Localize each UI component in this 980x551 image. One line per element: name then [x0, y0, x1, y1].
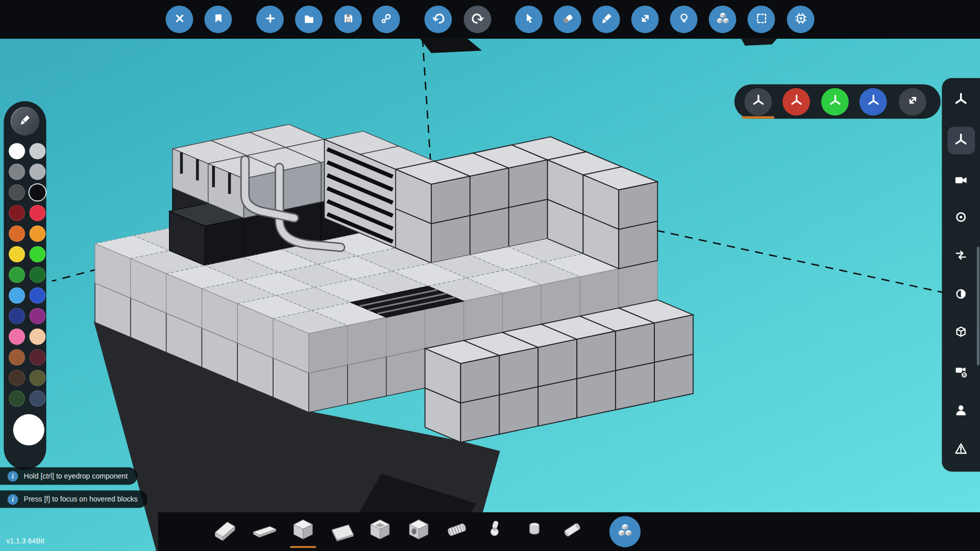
color-swatch[interactable] [30, 370, 46, 386]
block-slope[interactable] [326, 514, 359, 547]
logic-tool-button[interactable] [787, 6, 815, 33]
block-pipe-angled[interactable] [556, 514, 589, 547]
paint-tool-button[interactable] [593, 6, 620, 33]
select-tool-button[interactable] [747, 6, 775, 33]
undo-button[interactable] [424, 6, 452, 33]
color-swatch[interactable] [30, 308, 46, 324]
block-cube-socket[interactable] [364, 514, 397, 547]
save-icon [340, 10, 357, 29]
camrec-icon [952, 362, 970, 383]
plus-icon [261, 10, 278, 29]
color-swatch[interactable] [9, 267, 25, 283]
eraser-tool-button[interactable] [554, 6, 581, 33]
color-swatch[interactable] [30, 205, 46, 221]
hint-text: Hold [ctrl] to eyedrop component [24, 472, 128, 480]
paint-tool-toggle[interactable] [11, 107, 39, 135]
block-cube[interactable] [287, 514, 320, 547]
color-swatch[interactable] [30, 226, 46, 242]
folder-icon [300, 10, 317, 29]
camera-button[interactable] [947, 167, 975, 195]
view-y-axis-button[interactable] [821, 88, 849, 115]
color-swatch[interactable] [9, 205, 25, 221]
redo-button[interactable] [464, 6, 492, 33]
block-cube-hole[interactable] [403, 514, 435, 547]
color-swatch[interactable] [9, 308, 25, 324]
block-pipe-ball[interactable] [479, 514, 512, 547]
blocks-tool-button[interactable] [709, 6, 737, 33]
cursor-icon [520, 10, 537, 29]
viewport-3d[interactable] [0, 0, 980, 551]
view-axis-bar [734, 84, 941, 118]
focus-target-button[interactable] [947, 204, 975, 232]
pointer-tool-button[interactable] [515, 6, 543, 33]
paint-icon [598, 10, 615, 29]
blocks-icon [616, 521, 634, 542]
workshop-icon [210, 10, 227, 29]
axes-frame-button[interactable] [947, 127, 975, 155]
color-swatch[interactable] [9, 246, 25, 262]
color-swatch[interactable] [30, 246, 46, 262]
block-menu-button[interactable] [609, 516, 641, 547]
color-swatch[interactable] [30, 329, 46, 345]
cube-hole-shape-icon [404, 515, 433, 546]
block-cylinder[interactable] [518, 514, 551, 547]
target-icon [952, 208, 970, 228]
color-swatch[interactable] [9, 226, 25, 242]
right-toolbar-scrollbar[interactable] [977, 247, 979, 366]
close-icon [171, 10, 188, 29]
info-icon: i [8, 471, 18, 482]
color-swatch[interactable] [9, 143, 25, 159]
cube-icon [952, 323, 970, 344]
block-piston[interactable] [440, 514, 473, 547]
color-swatch[interactable] [9, 390, 25, 407]
color-swatch[interactable] [30, 267, 46, 283]
color-swatch[interactable] [9, 287, 25, 304]
color-swatch[interactable] [30, 184, 46, 201]
color-swatch[interactable] [30, 143, 46, 159]
axes-gizmo-button[interactable] [947, 86, 975, 114]
save-button[interactable] [334, 6, 362, 33]
warning-icon [952, 439, 970, 460]
blocks-view-button[interactable] [947, 320, 975, 347]
exit-button[interactable] [165, 6, 193, 33]
color-swatch[interactable] [9, 349, 25, 365]
view-z-axis-button[interactable] [860, 88, 887, 115]
color-swatch[interactable] [30, 390, 46, 407]
app-root: iHold [ctrl] to eyedrop componentiPress … [0, 0, 980, 551]
render-mode-button[interactable] [947, 281, 975, 309]
transform-tool-button[interactable] [631, 6, 659, 33]
steam-button[interactable] [373, 6, 400, 33]
color-swatch[interactable] [9, 164, 25, 180]
color-swatch[interactable] [9, 184, 25, 201]
new-button[interactable] [256, 6, 284, 33]
undo-icon [430, 10, 447, 29]
cube3d-shape-icon [289, 515, 317, 546]
open-button[interactable] [295, 6, 323, 33]
axes-icon [788, 92, 804, 111]
scale-icon [904, 92, 921, 111]
color-swatch[interactable] [30, 349, 46, 365]
selected-color-swatch[interactable] [13, 414, 44, 445]
piston-shape-icon [443, 515, 471, 546]
view-x-axis-button[interactable] [782, 88, 810, 115]
color-swatch[interactable] [9, 370, 25, 386]
selected-view-underline [742, 116, 774, 118]
view-default-button[interactable] [744, 88, 772, 115]
block-wedge[interactable] [209, 514, 241, 547]
character-button[interactable] [947, 397, 975, 425]
warnings-button[interactable] [947, 436, 975, 464]
block-wedge-low[interactable] [248, 514, 281, 547]
color-swatch[interactable] [9, 329, 25, 345]
mirror-button[interactable] [947, 242, 975, 270]
axes-icon [750, 92, 767, 111]
view-transform-button[interactable] [899, 88, 926, 115]
color-swatch[interactable] [30, 287, 46, 304]
cylinder-shape-icon [520, 515, 549, 546]
redo-icon [469, 10, 486, 29]
light-tool-button[interactable] [670, 6, 698, 33]
workshop-button[interactable] [204, 6, 232, 33]
color-swatch[interactable] [30, 164, 46, 180]
camera-icon [952, 171, 970, 191]
wedge-shape-icon [211, 515, 239, 546]
camera-capture-button[interactable] [947, 359, 975, 386]
